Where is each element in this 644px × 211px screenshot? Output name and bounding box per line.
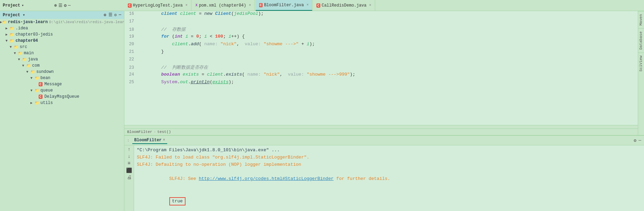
print-icon[interactable]: 🖨 <box>127 175 132 180</box>
tab-bloomfilter-label: BloomFilter.java <box>264 3 304 8</box>
tab-hyperloglog-close[interactable]: × <box>186 3 188 7</box>
bloomfilter-file-icon: C <box>259 3 263 7</box>
sundown-folder-icon: 📁 <box>30 70 35 74</box>
xml-file-icon: X <box>196 3 198 7</box>
scroll-up-icon[interactable]: ↑ <box>127 147 130 152</box>
tree-bean[interactable]: ▼ 📁 bean <box>0 75 124 81</box>
project-dropdown-icon[interactable]: ▾ <box>21 3 24 8</box>
tree-root[interactable]: ▶ 📁 redis-java-learn D:\git\Java\redis\r… <box>0 19 124 25</box>
main-area: Project ▾ ⊕ ☰ ⚙ — ▶ 📁 redis-java-learn D… <box>0 11 644 211</box>
tree-ch04[interactable]: ▼ 📁 chapter04 <box>0 38 124 44</box>
ch03-folder-icon: 📁 <box>10 32 15 37</box>
callredis-file-icon: C <box>316 3 320 8</box>
toolbar-add-icon[interactable]: ⊕ <box>54 3 57 8</box>
tab-callredis-close[interactable]: × <box>369 3 371 7</box>
sidebar-add-icon[interactable]: ⊕ <box>104 12 106 18</box>
project-section: Project ▾ ⊕ ☰ ⚙ — <box>0 3 124 8</box>
tab-hyperloglog-label: HyperLogLogTest.java <box>133 3 183 8</box>
breadcrumb-part1: BloomFilter <box>127 130 152 134</box>
sidebar-header: Project ▾ ⊕ ☰ ⚙ — <box>0 11 124 19</box>
wrap-icon[interactable]: ≡ <box>127 161 130 166</box>
src-arrow: ▼ <box>10 45 14 49</box>
tab-hyperloglog[interactable]: C HyperLogLogTest.java × <box>124 0 191 11</box>
sundown-label: sundown <box>36 69 54 74</box>
code-line-22: 22 <box>124 57 638 64</box>
tree-sundown[interactable]: ▼ 📁 sundown <box>0 69 124 75</box>
panel-minus-icon[interactable]: — <box>638 138 641 143</box>
bean-arrow: ▼ <box>30 76 35 80</box>
code-area-wrapper: 16 client client = new Client(jedisPool)… <box>124 11 644 135</box>
message-java-icon: C <box>39 82 42 86</box>
console-line-3: SLF4J: Defaulting to no-operation (NOP) … <box>137 161 641 169</box>
tab-bloomfilter-close[interactable]: × <box>306 3 309 7</box>
code-line-19: 19 for (int i = 0; i < 100; i++) { <box>124 34 638 41</box>
idea-folder-icon: 📁 <box>10 26 15 31</box>
tab-pom-label: pom.xml (chapter04) <box>199 3 246 8</box>
console-link[interactable]: http://www.slf4j.org/codes.html#StaticLo… <box>199 176 333 181</box>
tree-ch03[interactable]: ▶ 📁 chapter03-jedis <box>0 31 124 38</box>
com-folder-icon: 📁 <box>26 64 31 68</box>
database-tab[interactable]: Database <box>638 28 644 52</box>
com-arrow: ▼ <box>22 64 26 68</box>
tree-idea[interactable]: ▶ 📁 .idea <box>0 25 124 31</box>
sidebar-list-icon[interactable]: ☰ <box>108 12 112 18</box>
console-line-4: SLF4J: See http://www.slf4j.org/codes.ht… <box>137 168 641 190</box>
tree-utils[interactable]: ▶ 📁 utils <box>0 100 124 106</box>
tree-delaymsgs[interactable]: C DelayMsgsQueue <box>0 94 124 100</box>
ch04-label: chapter04 <box>16 38 38 43</box>
tree-com[interactable]: ▼ 📁 com <box>0 63 124 69</box>
bloomfilter-run-tab[interactable]: BloomFilter × <box>132 137 167 144</box>
run-tab-close[interactable]: × <box>163 138 165 142</box>
tree-java[interactable]: ▼ 📁 java <box>0 56 124 63</box>
delaymsgs-label: DelayMsgsQueue <box>45 94 79 99</box>
tree-main[interactable]: ▼ 📁 main <box>0 50 124 56</box>
idea-arrow: ▶ <box>6 26 10 30</box>
code-line-20: 20 client.add( name: "nick", value: "sho… <box>124 41 638 49</box>
console-line-2: SLF4J: Failed to load class "org.slf4j.i… <box>137 154 641 161</box>
console-line-5: true <box>137 190 641 211</box>
sidebar-minus-icon[interactable]: — <box>119 12 121 18</box>
sciview-tab[interactable]: SciView <box>638 52 644 74</box>
side-tabs: Maven Database SciView <box>638 11 644 135</box>
tab-bloomfilter[interactable]: C BloomFilter.java × <box>256 0 313 11</box>
console-slf4j-see: SLF4J: See <box>169 176 199 181</box>
sidebar-gear-icon[interactable]: ⚙ <box>114 12 117 18</box>
code-line-21: 21 } <box>124 49 638 57</box>
maven-tab[interactable]: Maven <box>638 11 644 28</box>
code-line-23: 23 // 判断数据是否存在 <box>124 64 638 72</box>
toolbar-gear-icon[interactable]: ⚙ <box>64 3 67 8</box>
horizontal-scrollbar[interactable] <box>124 125 638 128</box>
ch03-arrow: ▶ <box>6 32 10 37</box>
code-line-16: 16 client client = new Client(jedisPool)… <box>124 11 638 19</box>
main-arrow: ▼ <box>14 51 18 55</box>
code-editor: 16 client client = new Client(jedisPool)… <box>124 11 638 125</box>
panel-gear-icon[interactable]: ⚙ <box>634 138 636 143</box>
editor-area[interactable]: 16 client client = new Client(jedisPool)… <box>124 11 638 135</box>
com-label: com <box>32 63 40 68</box>
tree-src[interactable]: ▼ 📁 src <box>0 44 124 50</box>
toolbar-list-icon[interactable]: ☰ <box>58 3 63 8</box>
breadcrumb-separator: › <box>154 130 156 134</box>
bean-folder-icon: 📁 <box>35 76 39 80</box>
bottom-panel-header: : BloomFilter × ⚙ — <box>124 136 644 145</box>
java-arrow: ▼ <box>18 58 22 61</box>
tab-pom[interactable]: X pom.xml (chapter04) × <box>192 0 255 11</box>
src-folder-icon: 📁 <box>14 45 19 49</box>
console-output: "C:\Program Files\Java\jdk1.8.0_101\bin\… <box>134 145 644 211</box>
tree-message[interactable]: C Message <box>0 81 124 87</box>
utils-arrow: ▶ <box>30 101 35 105</box>
src-label: src <box>20 45 27 49</box>
queue-arrow: ▼ <box>30 89 35 93</box>
stop-icon[interactable]: ⬛ <box>126 167 132 173</box>
toolbar-minus-icon[interactable]: — <box>68 3 71 8</box>
main-folder-icon: 📁 <box>18 51 23 56</box>
tab-pom-close[interactable]: × <box>249 3 251 7</box>
top-bar: Project ▾ ⊕ ☰ ⚙ — C HyperLogLogTest.java… <box>0 0 644 11</box>
bottom-left-icons: ↑ ↓ ≡ ⬛ 🖨 <box>124 145 134 211</box>
tab-callredis[interactable]: C CallRedisDemo.java × <box>313 0 375 11</box>
scroll-down-icon[interactable]: ↓ <box>127 154 130 159</box>
java-label: java <box>28 57 38 62</box>
sidebar-title: Project ▾ <box>3 12 25 18</box>
run-tab-label: BloomFilter <box>134 138 162 143</box>
tree-queue[interactable]: ▼ 📁 queue <box>0 87 124 94</box>
